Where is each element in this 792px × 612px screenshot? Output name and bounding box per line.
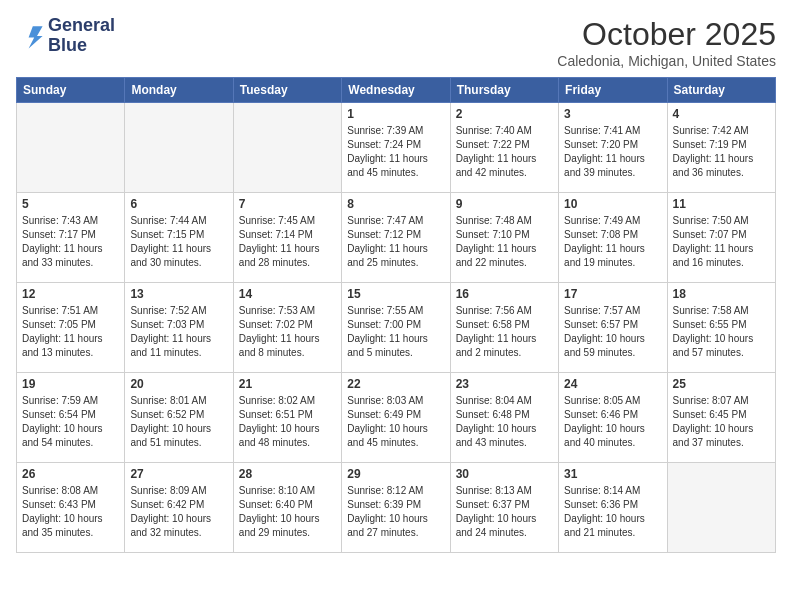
logo-icon [16, 22, 44, 50]
day-info: Sunrise: 7:47 AM Sunset: 7:12 PM Dayligh… [347, 214, 444, 270]
day-info: Sunrise: 8:13 AM Sunset: 6:37 PM Dayligh… [456, 484, 553, 540]
title-block: October 2025 Caledonia, Michigan, United… [557, 16, 776, 69]
day-number: 22 [347, 377, 444, 391]
day-number: 10 [564, 197, 661, 211]
day-info: Sunrise: 8:09 AM Sunset: 6:42 PM Dayligh… [130, 484, 227, 540]
calendar-cell: 22Sunrise: 8:03 AM Sunset: 6:49 PM Dayli… [342, 373, 450, 463]
calendar-cell: 24Sunrise: 8:05 AM Sunset: 6:46 PM Dayli… [559, 373, 667, 463]
day-number: 15 [347, 287, 444, 301]
day-info: Sunrise: 8:04 AM Sunset: 6:48 PM Dayligh… [456, 394, 553, 450]
month-title: October 2025 [557, 16, 776, 53]
day-number: 23 [456, 377, 553, 391]
calendar-cell: 30Sunrise: 8:13 AM Sunset: 6:37 PM Dayli… [450, 463, 558, 553]
day-number: 2 [456, 107, 553, 121]
calendar-cell: 26Sunrise: 8:08 AM Sunset: 6:43 PM Dayli… [17, 463, 125, 553]
day-number: 7 [239, 197, 336, 211]
day-number: 26 [22, 467, 119, 481]
day-info: Sunrise: 7:52 AM Sunset: 7:03 PM Dayligh… [130, 304, 227, 360]
weekday-header: Friday [559, 78, 667, 103]
calendar-cell: 25Sunrise: 8:07 AM Sunset: 6:45 PM Dayli… [667, 373, 775, 463]
calendar-cell: 29Sunrise: 8:12 AM Sunset: 6:39 PM Dayli… [342, 463, 450, 553]
day-number: 4 [673, 107, 770, 121]
day-number: 12 [22, 287, 119, 301]
day-number: 28 [239, 467, 336, 481]
day-info: Sunrise: 7:57 AM Sunset: 6:57 PM Dayligh… [564, 304, 661, 360]
calendar-cell: 21Sunrise: 8:02 AM Sunset: 6:51 PM Dayli… [233, 373, 341, 463]
day-number: 19 [22, 377, 119, 391]
weekday-header: Tuesday [233, 78, 341, 103]
weekday-header: Thursday [450, 78, 558, 103]
calendar-cell: 27Sunrise: 8:09 AM Sunset: 6:42 PM Dayli… [125, 463, 233, 553]
day-info: Sunrise: 7:56 AM Sunset: 6:58 PM Dayligh… [456, 304, 553, 360]
day-number: 1 [347, 107, 444, 121]
calendar-cell: 18Sunrise: 7:58 AM Sunset: 6:55 PM Dayli… [667, 283, 775, 373]
day-number: 21 [239, 377, 336, 391]
day-info: Sunrise: 7:48 AM Sunset: 7:10 PM Dayligh… [456, 214, 553, 270]
day-number: 3 [564, 107, 661, 121]
day-info: Sunrise: 7:59 AM Sunset: 6:54 PM Dayligh… [22, 394, 119, 450]
weekday-header: Wednesday [342, 78, 450, 103]
day-info: Sunrise: 7:42 AM Sunset: 7:19 PM Dayligh… [673, 124, 770, 180]
weekday-header: Saturday [667, 78, 775, 103]
calendar-cell: 17Sunrise: 7:57 AM Sunset: 6:57 PM Dayli… [559, 283, 667, 373]
week-row: 5Sunrise: 7:43 AM Sunset: 7:17 PM Daylig… [17, 193, 776, 283]
day-info: Sunrise: 7:44 AM Sunset: 7:15 PM Dayligh… [130, 214, 227, 270]
week-row: 12Sunrise: 7:51 AM Sunset: 7:05 PM Dayli… [17, 283, 776, 373]
day-number: 13 [130, 287, 227, 301]
calendar-cell: 11Sunrise: 7:50 AM Sunset: 7:07 PM Dayli… [667, 193, 775, 283]
logo: General Blue [16, 16, 115, 56]
calendar-cell: 13Sunrise: 7:52 AM Sunset: 7:03 PM Dayli… [125, 283, 233, 373]
day-number: 24 [564, 377, 661, 391]
day-info: Sunrise: 8:03 AM Sunset: 6:49 PM Dayligh… [347, 394, 444, 450]
logo-text: General Blue [48, 16, 115, 56]
calendar-table: SundayMondayTuesdayWednesdayThursdayFrid… [16, 77, 776, 553]
weekday-header: Sunday [17, 78, 125, 103]
day-number: 29 [347, 467, 444, 481]
calendar-cell: 15Sunrise: 7:55 AM Sunset: 7:00 PM Dayli… [342, 283, 450, 373]
day-info: Sunrise: 8:12 AM Sunset: 6:39 PM Dayligh… [347, 484, 444, 540]
day-number: 31 [564, 467, 661, 481]
day-info: Sunrise: 7:41 AM Sunset: 7:20 PM Dayligh… [564, 124, 661, 180]
day-info: Sunrise: 8:05 AM Sunset: 6:46 PM Dayligh… [564, 394, 661, 450]
weekday-header: Monday [125, 78, 233, 103]
day-info: Sunrise: 8:08 AM Sunset: 6:43 PM Dayligh… [22, 484, 119, 540]
day-number: 30 [456, 467, 553, 481]
day-info: Sunrise: 8:14 AM Sunset: 6:36 PM Dayligh… [564, 484, 661, 540]
calendar-cell: 7Sunrise: 7:45 AM Sunset: 7:14 PM Daylig… [233, 193, 341, 283]
calendar-cell: 9Sunrise: 7:48 AM Sunset: 7:10 PM Daylig… [450, 193, 558, 283]
calendar-cell: 12Sunrise: 7:51 AM Sunset: 7:05 PM Dayli… [17, 283, 125, 373]
day-info: Sunrise: 8:02 AM Sunset: 6:51 PM Dayligh… [239, 394, 336, 450]
calendar-cell: 4Sunrise: 7:42 AM Sunset: 7:19 PM Daylig… [667, 103, 775, 193]
calendar-cell: 16Sunrise: 7:56 AM Sunset: 6:58 PM Dayli… [450, 283, 558, 373]
day-number: 20 [130, 377, 227, 391]
calendar-cell: 3Sunrise: 7:41 AM Sunset: 7:20 PM Daylig… [559, 103, 667, 193]
day-info: Sunrise: 7:50 AM Sunset: 7:07 PM Dayligh… [673, 214, 770, 270]
day-number: 6 [130, 197, 227, 211]
calendar-cell [233, 103, 341, 193]
day-number: 9 [456, 197, 553, 211]
calendar-cell: 14Sunrise: 7:53 AM Sunset: 7:02 PM Dayli… [233, 283, 341, 373]
day-number: 8 [347, 197, 444, 211]
day-info: Sunrise: 8:10 AM Sunset: 6:40 PM Dayligh… [239, 484, 336, 540]
day-number: 11 [673, 197, 770, 211]
day-info: Sunrise: 7:43 AM Sunset: 7:17 PM Dayligh… [22, 214, 119, 270]
day-number: 17 [564, 287, 661, 301]
day-info: Sunrise: 7:51 AM Sunset: 7:05 PM Dayligh… [22, 304, 119, 360]
page-header: General Blue October 2025 Caledonia, Mic… [16, 16, 776, 69]
calendar-cell: 20Sunrise: 8:01 AM Sunset: 6:52 PM Dayli… [125, 373, 233, 463]
calendar-cell: 10Sunrise: 7:49 AM Sunset: 7:08 PM Dayli… [559, 193, 667, 283]
day-info: Sunrise: 7:49 AM Sunset: 7:08 PM Dayligh… [564, 214, 661, 270]
calendar-cell: 19Sunrise: 7:59 AM Sunset: 6:54 PM Dayli… [17, 373, 125, 463]
week-row: 1Sunrise: 7:39 AM Sunset: 7:24 PM Daylig… [17, 103, 776, 193]
calendar-cell [667, 463, 775, 553]
day-info: Sunrise: 7:39 AM Sunset: 7:24 PM Dayligh… [347, 124, 444, 180]
weekday-header-row: SundayMondayTuesdayWednesdayThursdayFrid… [17, 78, 776, 103]
day-info: Sunrise: 7:40 AM Sunset: 7:22 PM Dayligh… [456, 124, 553, 180]
calendar-cell: 8Sunrise: 7:47 AM Sunset: 7:12 PM Daylig… [342, 193, 450, 283]
calendar-cell [125, 103, 233, 193]
calendar-cell: 23Sunrise: 8:04 AM Sunset: 6:48 PM Dayli… [450, 373, 558, 463]
calendar-cell [17, 103, 125, 193]
day-number: 25 [673, 377, 770, 391]
day-number: 5 [22, 197, 119, 211]
day-info: Sunrise: 7:45 AM Sunset: 7:14 PM Dayligh… [239, 214, 336, 270]
